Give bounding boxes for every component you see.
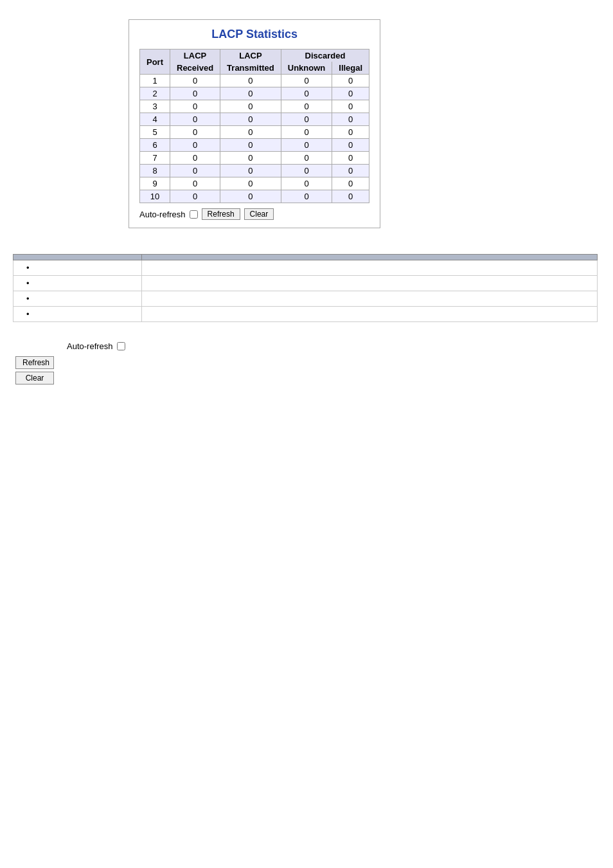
desc-row-2-right <box>142 276 598 291</box>
col-lacp-received: LACP <box>170 50 220 62</box>
desc-col1-header <box>13 255 142 260</box>
col-transmitted-sub: Transmitted <box>220 62 281 75</box>
desc-row-1-left <box>13 260 142 276</box>
col-discarded: Discarded <box>281 50 369 62</box>
description-table <box>13 254 598 322</box>
row-10-col-4: 0 <box>332 190 369 203</box>
desc-row-1 <box>13 260 598 276</box>
col-port: Port <box>140 50 170 75</box>
row-8-col-2: 0 <box>220 165 281 177</box>
row-2-col-0: 2 <box>140 87 170 100</box>
table-row: 90000 <box>140 177 369 190</box>
col-illegal: Illegal <box>332 62 369 75</box>
row-9-col-3: 0 <box>281 177 332 190</box>
row-9-col-4: 0 <box>332 177 369 190</box>
row-10-col-0: 10 <box>140 190 170 203</box>
row-4-col-1: 0 <box>170 113 220 126</box>
row-1-col-1: 0 <box>170 75 220 87</box>
desc-row-1-right <box>142 260 598 276</box>
table-row: 70000 <box>140 152 369 165</box>
table-header-row-2: Received Transmitted Unknown Illegal <box>140 62 369 75</box>
table-row: 40000 <box>140 113 369 126</box>
bottom-refresh-button[interactable]: Refresh <box>15 356 54 369</box>
lacp-footer: Auto-refresh Refresh Clear <box>139 208 369 220</box>
desc-row-4-left <box>13 307 142 322</box>
table-header-row-1: Port LACP LACP Discarded <box>140 50 369 62</box>
row-4-col-0: 4 <box>140 113 170 126</box>
row-8-col-4: 0 <box>332 165 369 177</box>
table-row: 60000 <box>140 139 369 152</box>
bottom-auto-refresh-row: Auto-refresh <box>15 341 600 351</box>
row-5-col-3: 0 <box>281 126 332 139</box>
desc-row-3-left <box>13 291 142 307</box>
row-6-col-2: 0 <box>220 139 281 152</box>
row-1-col-0: 1 <box>140 75 170 87</box>
row-8-col-1: 0 <box>170 165 220 177</box>
row-8-col-0: 8 <box>140 165 170 177</box>
row-5-col-4: 0 <box>332 126 369 139</box>
row-7-col-1: 0 <box>170 152 220 165</box>
row-10-col-3: 0 <box>281 190 332 203</box>
row-9-col-2: 0 <box>220 177 281 190</box>
row-3-col-1: 0 <box>170 100 220 113</box>
table-row: 20000 <box>140 87 369 100</box>
row-10-col-2: 0 <box>220 190 281 203</box>
lacp-statistics-panel: LACP Statistics Port LACP LACP Discarded… <box>129 19 380 228</box>
col-unknown: Unknown <box>281 62 332 75</box>
row-3-col-2: 0 <box>220 100 281 113</box>
col-lacp-transmitted: LACP <box>220 50 281 62</box>
bottom-auto-refresh-label: Auto-refresh <box>67 341 113 351</box>
desc-row-2 <box>13 276 598 291</box>
row-6-col-3: 0 <box>281 139 332 152</box>
bottom-auto-refresh-checkbox[interactable] <box>117 342 125 350</box>
row-9-col-0: 9 <box>140 177 170 190</box>
desc-row-2-left <box>13 276 142 291</box>
row-7-col-4: 0 <box>332 152 369 165</box>
desc-row-4 <box>13 307 598 322</box>
lacp-table: Port LACP LACP Discarded Received Transm… <box>139 49 369 203</box>
row-9-col-1: 0 <box>170 177 220 190</box>
row-2-col-1: 0 <box>170 87 220 100</box>
row-1-col-2: 0 <box>220 75 281 87</box>
col-received-sub: Received <box>170 62 220 75</box>
row-6-col-1: 0 <box>170 139 220 152</box>
row-3-col-3: 0 <box>281 100 332 113</box>
row-2-col-2: 0 <box>220 87 281 100</box>
row-3-col-4: 0 <box>332 100 369 113</box>
refresh-button[interactable]: Refresh <box>202 208 240 220</box>
row-6-col-4: 0 <box>332 139 369 152</box>
bottom-section: Auto-refresh Refresh Clear <box>13 341 600 384</box>
desc-row-4-right <box>142 307 598 322</box>
desc-col2-header <box>142 255 598 260</box>
row-7-col-3: 0 <box>281 152 332 165</box>
table-row: 10000 <box>140 75 369 87</box>
row-5-col-2: 0 <box>220 126 281 139</box>
row-5-col-1: 0 <box>170 126 220 139</box>
row-7-col-0: 7 <box>140 152 170 165</box>
desc-row-3 <box>13 291 598 307</box>
bottom-clear-button[interactable]: Clear <box>15 372 54 384</box>
row-7-col-2: 0 <box>220 152 281 165</box>
panel-title: LACP Statistics <box>139 28 369 41</box>
row-2-col-3: 0 <box>281 87 332 100</box>
table-row: 100000 <box>140 190 369 203</box>
row-1-col-4: 0 <box>332 75 369 87</box>
clear-button-panel[interactable]: Clear <box>244 208 274 220</box>
auto-refresh-checkbox[interactable] <box>190 210 198 219</box>
row-3-col-0: 3 <box>140 100 170 113</box>
row-4-col-4: 0 <box>332 113 369 126</box>
table-row: 80000 <box>140 165 369 177</box>
row-8-col-3: 0 <box>281 165 332 177</box>
row-1-col-3: 0 <box>281 75 332 87</box>
table-row: 30000 <box>140 100 369 113</box>
row-2-col-4: 0 <box>332 87 369 100</box>
row-10-col-1: 0 <box>170 190 220 203</box>
row-6-col-0: 6 <box>140 139 170 152</box>
table-row: 50000 <box>140 126 369 139</box>
row-4-col-2: 0 <box>220 113 281 126</box>
row-5-col-0: 5 <box>140 126 170 139</box>
auto-refresh-label: Auto-refresh <box>139 210 186 219</box>
desc-header-row <box>13 255 598 260</box>
desc-row-3-right <box>142 291 598 307</box>
row-4-col-3: 0 <box>281 113 332 126</box>
